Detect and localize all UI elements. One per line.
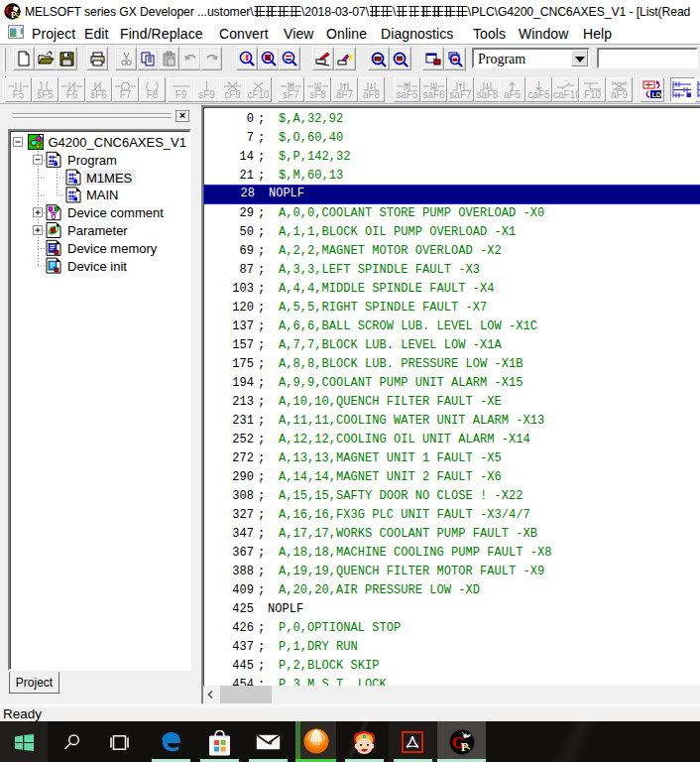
svg-text:S: S	[15, 12, 20, 20]
svg-text:LD: LD	[652, 91, 661, 98]
